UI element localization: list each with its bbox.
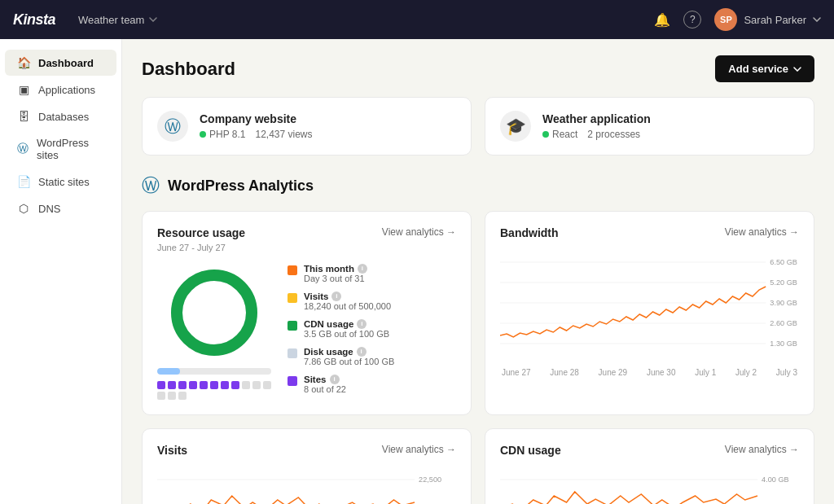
cdn-chart-container: 4.00 GB 3.20 GB (500, 463, 799, 504)
bandwidth-chart-container: 6.50 GB 5.20 GB 3.90 GB 2.60 GB 1.30 GB … (500, 246, 799, 377)
legend-color-visits (288, 293, 297, 303)
team-name: Weather team (78, 14, 144, 26)
sidebar-item-label: Static sites (38, 176, 90, 188)
sidebar-item-wordpress[interactable]: Ⓦ WordPress sites (5, 130, 116, 168)
dot-3 (178, 381, 187, 389)
cdn-view-link[interactable]: View analytics → (725, 444, 799, 455)
resource-usage-subtitle: June 27 - July 27 (157, 243, 456, 252)
legend-label-visits: Visits i (304, 291, 391, 301)
wordpress-icon: Ⓦ (16, 142, 29, 156)
page-header: Dashboard Add service (142, 55, 814, 82)
dns-icon: ⬡ (16, 202, 31, 215)
visits-header: Visits View analytics → (157, 444, 456, 457)
bandwidth-view-link[interactable]: View analytics → (725, 226, 799, 238)
resource-body: This month i Day 3 out of 31 Visits (157, 264, 456, 400)
resource-view-link[interactable]: View analytics → (382, 226, 456, 238)
legend-item-visits: Visits i 18,240 out of 500,000 (288, 291, 394, 311)
home-icon: 🏠 (16, 56, 31, 69)
svg-text:2.60 GB: 2.60 GB (770, 319, 797, 327)
progress-bar (157, 368, 271, 375)
notification-icon[interactable]: 🔔 (654, 12, 670, 28)
service-views: 12,437 views (255, 129, 312, 140)
legend-value-disk: 7.86 GB out of 100 GB (304, 357, 394, 366)
visits-chart-container: 22,500 18,000 (157, 463, 456, 504)
sidebar-item-label: Databases (38, 111, 89, 123)
legend-item-cdn: CDN usage i 3.5 GB out of 100 GB (288, 319, 394, 339)
dot-9 (242, 381, 250, 389)
legend-label-disk: Disk usage i (304, 347, 394, 357)
static-icon: 📄 (16, 175, 31, 188)
service-php: PHP 8.1 (209, 129, 245, 140)
dot-6 (210, 381, 218, 389)
sidebar-item-dns[interactable]: ⬡ DNS (5, 195, 116, 221)
user-menu[interactable]: SP Sarah Parker (714, 8, 821, 31)
bandwidth-card: Bandwidth View analytics → 6.50 (485, 211, 814, 415)
bandwidth-title: Bandwidth (500, 226, 559, 239)
user-name: Sarah Parker (744, 14, 806, 26)
service-status: PHP 8.1 (200, 129, 245, 140)
user-chevron-icon (813, 17, 821, 22)
svg-text:22,500: 22,500 (419, 476, 441, 484)
help-icon[interactable]: ? (683, 11, 701, 28)
legend-value-visits: 18,240 out of 500,000 (304, 301, 391, 311)
x-label-6: July 2 (735, 368, 757, 377)
legend-item-month: This month i Day 3 out of 31 (288, 264, 394, 283)
donut-chart (165, 264, 263, 362)
page-title: Dashboard (142, 59, 235, 80)
weather-stack: React (552, 129, 577, 140)
avatar: SP (714, 8, 737, 31)
visits-view-link[interactable]: View analytics → (382, 444, 456, 455)
x-label-2: June 28 (550, 368, 579, 377)
service-card-weather[interactable]: 🎓 Weather application React 2 processes (485, 97, 814, 156)
service-card-weather-meta: React 2 processes (542, 129, 651, 140)
bandwidth-header: Bandwidth View analytics → (500, 226, 799, 239)
databases-icon: 🗄 (16, 110, 31, 123)
applications-icon: ▣ (16, 83, 31, 96)
service-card-weather-info: Weather application React 2 processes (542, 112, 651, 140)
x-label-7: July 3 (776, 368, 797, 377)
x-label-4: June 30 (647, 368, 676, 377)
visits-card: Visits View analytics → 22,500 18,000 (142, 428, 472, 504)
resource-usage-card: Resource usage View analytics → June 27 … (142, 211, 472, 415)
main-content: Dashboard Add service Ⓦ Company website … (122, 39, 834, 504)
cdn-usage-card: CDN usage View analytics → 4.00 GB 3.20 … (485, 428, 814, 504)
sidebar-item-databases[interactable]: 🗄 Databases (5, 103, 116, 129)
dot-2 (168, 381, 176, 389)
analytics-grid: Resource usage View analytics → June 27 … (142, 211, 814, 504)
visits-title: Visits (157, 444, 187, 457)
sidebar-item-dashboard[interactable]: 🏠 Dashboard (5, 50, 116, 76)
legend-color-disk (288, 348, 297, 358)
legend-color-month (288, 265, 297, 275)
weather-processes: 2 processes (587, 129, 640, 140)
sidebar-item-applications[interactable]: ▣ Applications (5, 77, 116, 103)
info-icon-sites: i (330, 375, 340, 384)
donut-area (157, 264, 271, 400)
add-service-label: Add service (728, 63, 788, 75)
team-selector[interactable]: Weather team (78, 14, 157, 26)
app-layout: 🏠 Dashboard ▣ Applications 🗄 Databases Ⓦ… (0, 39, 834, 504)
add-service-button[interactable]: Add service (715, 55, 814, 82)
dot-14 (178, 392, 187, 400)
dot-8 (231, 381, 239, 389)
cdn-title: CDN usage (500, 444, 561, 457)
dot-11 (263, 381, 271, 389)
weather-status: React (542, 129, 577, 140)
sidebar-item-label: Applications (38, 84, 95, 96)
legend-text-month: This month i Day 3 out of 31 (304, 264, 367, 283)
sidebar: 🏠 Dashboard ▣ Applications 🗄 Databases Ⓦ… (0, 39, 122, 504)
add-service-chevron-icon (793, 67, 801, 72)
sidebar-item-label: Dashboard (38, 57, 94, 69)
bandwidth-chart-svg: 6.50 GB 5.20 GB 3.90 GB 2.60 GB 1.30 GB (500, 246, 799, 364)
service-card-company[interactable]: Ⓦ Company website PHP 8.1 12,437 views (142, 97, 472, 156)
svg-text:4.00 GB: 4.00 GB (762, 476, 789, 484)
topnav-right: 🔔 ? SP Sarah Parker (654, 8, 821, 31)
service-card-meta: PHP 8.1 12,437 views (200, 129, 313, 140)
sidebar-item-static[interactable]: 📄 Static sites (5, 169, 116, 195)
svg-text:5.20 GB: 5.20 GB (770, 278, 797, 287)
dot-10 (252, 381, 261, 389)
resource-usage-title: Resource usage (157, 226, 245, 239)
legend-item-disk: Disk usage i 7.86 GB out of 100 GB (288, 347, 394, 366)
legend-label-month: This month i (304, 264, 367, 274)
dot-13 (168, 392, 176, 400)
x-label-3: June 29 (599, 368, 628, 377)
